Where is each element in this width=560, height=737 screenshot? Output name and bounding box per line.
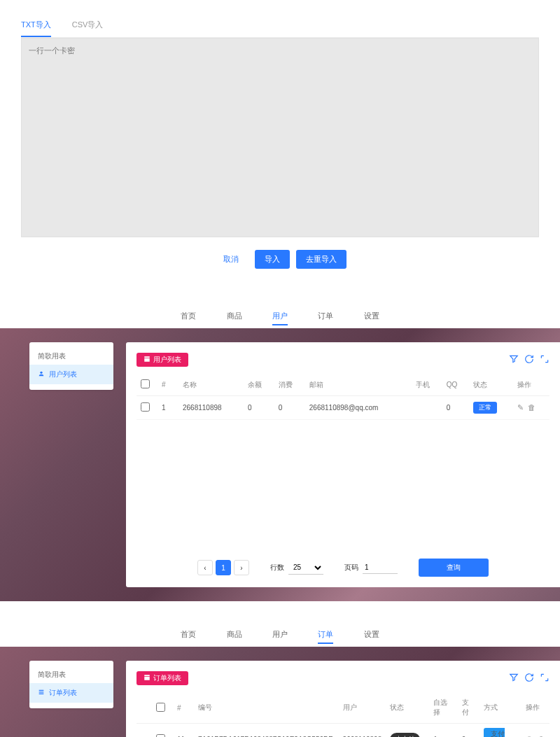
nav-settings[interactable]: 设置 [364,311,379,320]
orders-screenshot: 首页 商品 用户 订单 设置 简歌用表 订单列表 订单列表 [0,622,560,737]
sidebar: 简歌用表 订单列表 [29,661,113,708]
edit-icon[interactable]: ✎ [517,403,524,412]
import-section: TXT导入 CSV导入 取消 导入 去重导入 [0,0,560,283]
col-actions: 操作 [513,374,550,396]
list-icon [38,689,45,697]
panel-tag: 订单列表 [136,671,188,685]
col-balance: 余额 [244,374,274,396]
refresh-icon[interactable] [524,354,534,366]
nav-home[interactable]: 首页 [181,630,196,638]
filter-icon[interactable] [509,673,519,685]
col-n: # [173,692,194,724]
page-prev[interactable]: ‹ [197,560,213,575]
col-mode: 方式 [479,692,522,724]
sidebar-title: 简歌用表 [29,348,113,365]
col-spend: 消费 [274,374,305,396]
users-table: # 名称 余额 消费 邮箱 手机 QQ 状态 操作 1 [136,374,550,420]
col-actions: 操作 [522,692,550,724]
col-phone: 手机 [412,374,442,396]
import-dedup-button[interactable]: 去重导入 [296,250,346,269]
users-icon [38,370,45,379]
svg-point-0 [40,372,42,374]
status-pill: 未支付 [390,733,420,738]
col-user: 用户 [339,692,386,724]
tab-txt-import[interactable]: TXT导入 [21,14,51,37]
tag-icon [144,674,150,682]
col-status: 状态 [469,374,513,396]
col-email: 邮箱 [305,374,412,396]
users-panel: 用户列表 # 名称 余额 消费 邮箱 手机 [126,342,560,587]
panel-tag: 用户列表 [136,353,188,367]
expand-icon[interactable] [540,354,550,366]
query-button[interactable]: 查询 [419,559,489,577]
page-label: 页码 [344,563,358,573]
import-tabs: TXT导入 CSV导入 [21,14,539,38]
page-next[interactable]: › [234,560,249,575]
filter-icon[interactable] [509,354,519,366]
sidebar-item-label: 订单列表 [49,688,77,698]
pagination: ‹ 1 › 行数 25 页码 查询 [136,545,550,577]
page-nav: 首页 商品 用户 订单 设置 [0,622,560,647]
row-checkbox[interactable] [156,734,165,738]
paymode-pill: 支付宝 [484,728,505,737]
row-checkbox[interactable] [141,402,150,412]
page-1[interactable]: 1 [216,560,231,575]
tag-icon [144,356,150,364]
sidebar-item-label: 用户列表 [49,370,77,379]
col-status: 状态 [386,692,429,724]
users-screenshot: 首页 商品 用户 订单 设置 简歌用表 用户列表 用户列表 [0,304,560,601]
nav-orders[interactable]: 订单 [318,311,333,320]
table-row: 1 2668110898 0 0 2668110898@qq.com 0 正常 … [136,396,550,420]
select-all-checkbox[interactable] [141,379,150,388]
table-row: ⌄ 11 7A01B7DA617D1934887C19E2A3C556DF 26… [136,724,550,738]
col-name: 名称 [178,374,244,396]
page-input[interactable] [363,561,398,574]
col-a: 自选择 [429,692,458,724]
orders-table: # 编号 用户 状态 自选择 支付 方式 操作 ⌄ 11 7A01B7DA617… [136,692,550,737]
status-badge: 正常 [473,402,497,414]
nav-settings[interactable]: 设置 [364,630,379,638]
rows-label: 行数 [270,563,284,573]
col-n: # [158,374,178,396]
expand-icon[interactable] [540,673,550,685]
sidebar-item-order-list[interactable]: 订单列表 [29,683,113,703]
tab-csv-import[interactable]: CSV导入 [72,14,104,37]
cancel-button[interactable]: 取消 [214,250,248,269]
import-textarea[interactable] [21,38,539,237]
page-nav: 首页 商品 用户 订单 设置 [0,304,560,328]
nav-users[interactable]: 用户 [272,630,288,638]
col-code: 编号 [194,692,339,724]
import-button[interactable]: 导入 [255,250,290,269]
nav-orders[interactable]: 订单 [318,630,333,644]
nav-users[interactable]: 用户 [272,311,288,325]
col-qq: QQ [442,374,469,396]
rows-select[interactable]: 25 [288,561,323,575]
nav-products[interactable]: 商品 [227,311,242,320]
nav-home[interactable]: 首页 [181,311,196,320]
refresh-icon[interactable] [524,673,534,685]
col-b: 支付 [458,692,479,724]
delete-icon[interactable]: 🗑 [528,403,536,412]
orders-panel: 订单列表 # 编号 用户 状态 自选择 [126,661,560,737]
sidebar-item-user-list[interactable]: 用户列表 [29,365,113,384]
sidebar: 简歌用表 用户列表 [29,342,113,390]
nav-products[interactable]: 商品 [227,630,242,638]
sidebar-title: 简歌用表 [29,666,113,683]
select-all-checkbox[interactable] [156,703,165,712]
